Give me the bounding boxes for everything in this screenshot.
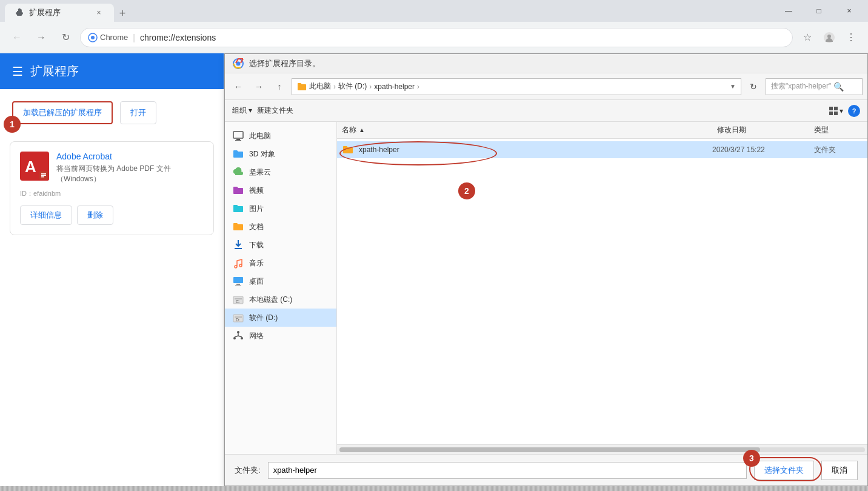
nav-label-desktop: 桌面 [249,276,264,287]
remove-button[interactable]: 删除 [77,205,113,225]
nav-label-pictures: 图片 [249,204,264,214]
nav-item-desktop[interactable]: 桌面 [225,272,336,290]
svg-text:D:: D: [236,318,240,322]
svg-point-27 [241,337,243,339]
hamburger-icon[interactable]: ☰ [12,64,23,79]
nav-item-video[interactable]: 视频 [225,181,336,199]
address-bar: ← → ↻ Chrome | chrome://extensions ☆ [0,22,868,53]
svg-text:C:: C: [236,299,240,304]
step-3-badge: 3 [743,450,760,467]
nav-item-network[interactable]: 网络 [225,327,336,345]
file-dialog: 选择扩展程序目录。 ← → ↑ 此电脑 › 软件 (D:) [224,53,868,486]
col-header-date[interactable]: 修改日期 [717,125,814,135]
load-extension-button[interactable]: 加载已解压的扩展程序 [12,101,113,124]
nav-item-music[interactable]: 音乐 [225,254,336,272]
url-bar[interactable]: Chrome | chrome://extensions [80,28,793,47]
new-folder-button[interactable]: 新建文件夹 [257,105,293,116]
account-button[interactable] [820,28,839,47]
dialog-chrome-icon [232,58,244,70]
cloud-icon [232,166,244,178]
dialog-refresh-button[interactable]: ↻ [745,78,762,95]
dialog-search-bar[interactable]: 搜索"xpath-helper" 🔍 [766,78,863,95]
extension-name: Adobe Acrobat [56,152,204,161]
music-icon [232,257,244,269]
nav-item-documents[interactable]: 文档 [225,218,336,236]
svg-rect-18 [235,285,241,286]
nav-item-disk-d[interactable]: D: 软件 (D:) [225,309,336,327]
disk-c-icon: C: [232,293,244,306]
nav-item-pictures[interactable]: 图片 [225,199,336,218]
dialog-forward-button[interactable]: → [250,78,267,95]
minimize-button[interactable]: — [775,0,803,22]
view-toggle-button[interactable]: ▾ [829,106,843,116]
path-dropdown-icon[interactable]: ▼ [730,83,736,90]
nav-label-disk-d: 软件 (D:) [249,313,278,323]
nav-label-downloads: 下载 [249,240,264,250]
help-button[interactable]: ? [848,105,860,117]
browser-name: Chrome [100,33,128,42]
tab-title: 扩展程序 [29,7,61,18]
detail-button[interactable]: 详细信息 [20,205,72,225]
account-icon [823,32,835,44]
back-button[interactable]: ← [7,28,27,47]
path-computer[interactable]: 此电脑 [309,81,331,92]
svg-point-3 [827,35,831,38]
file-item-xpath-helper[interactable]: xpath-helper 2020/3/27 15:22 文件夹 [337,141,867,158]
menu-button[interactable]: ⋮ [841,28,861,47]
maximize-button[interactable]: □ [805,0,833,22]
svg-point-26 [233,337,236,339]
open-button[interactable]: 打开 [120,101,156,124]
horizontal-scrollbar[interactable] [337,444,867,454]
organize-button[interactable]: 组织 ▾ [232,105,252,116]
computer-icon [232,130,244,142]
dialog-filelist: 名称 ▲ 修改日期 类型 [337,122,867,454]
svg-rect-14 [236,139,240,140]
folder-icon [297,82,307,92]
file-dialog-overlay: 选择扩展程序目录。 ← → ↑ 此电脑 › 软件 (D:) [224,53,868,486]
cancel-button[interactable]: 取消 [821,461,858,480]
folder-input[interactable] [268,462,747,479]
extension-desc: 将当前网页转换为 Adobe PDF 文件（Windows） [56,164,204,184]
view-icon [829,106,838,116]
nav-label-music: 音乐 [249,258,264,269]
nav-item-disk-c[interactable]: C: 本地磁盘 (C:) [225,290,336,309]
forward-button[interactable]: → [32,28,51,47]
nav-item-downloads[interactable]: 下载 [225,236,336,254]
reload-button[interactable]: ↻ [56,28,75,47]
wavy-decoration [0,486,868,491]
filelist-header: 名称 ▲ 修改日期 类型 [337,122,867,139]
close-button[interactable]: × [835,0,863,22]
nav-item-computer[interactable]: 此电脑 [225,127,336,145]
file-date-xpath: 2020/3/27 15:22 [712,145,809,154]
desktop-icon [232,275,244,287]
url-domain: chrome:// [140,33,175,42]
nav-item-3d[interactable]: 3D 对象 [225,145,336,163]
active-tab[interactable]: 扩展程序 × [5,4,114,22]
sidebar-actions: 加载已解压的扩展程序 1 打开 [0,89,224,136]
path-drive[interactable]: 软件 (D:) [338,81,367,92]
select-folder-button[interactable]: 选择文件夹 [754,461,814,480]
new-tab-button[interactable]: + [114,5,131,22]
nav-label-video: 视频 [249,185,264,196]
svg-rect-11 [829,112,833,115]
col-header-name[interactable]: 名称 ▲ [342,125,717,135]
search-icon[interactable]: 🔍 [833,82,844,92]
nav-item-cloud[interactable]: 坚果云 [225,163,336,181]
file-name-xpath: xpath-helper [359,145,707,154]
sidebar-title: 扩展程序 [30,63,79,79]
url-text: chrome://extensions [140,33,216,42]
dialog-up-button[interactable]: ↑ [271,78,288,95]
dialog-leftnav: 此电脑 3D 对象 坚果云 [225,122,337,454]
network-icon [232,330,244,342]
bookmark-button[interactable]: ☆ [798,28,817,47]
tab-close-button[interactable]: × [93,7,104,18]
dialog-path-bar[interactable]: 此电脑 › 软件 (D:) › xpath-helper › ▼ [292,78,741,95]
dialog-back-button[interactable]: ← [230,78,247,95]
folder-label: 文件夹: [235,465,261,476]
downloads-icon [232,239,244,251]
dialog-titlebar: 选择扩展程序目录。 [225,54,867,73]
adobe-icon: A [20,152,49,181]
extension-card-adobe: A Adobe Acrobat 将当前网页转换为 Adobe PDF 文件（Wi… [10,141,214,235]
col-header-type[interactable]: 类型 [814,125,863,135]
path-folder[interactable]: xpath-helper [374,82,415,91]
